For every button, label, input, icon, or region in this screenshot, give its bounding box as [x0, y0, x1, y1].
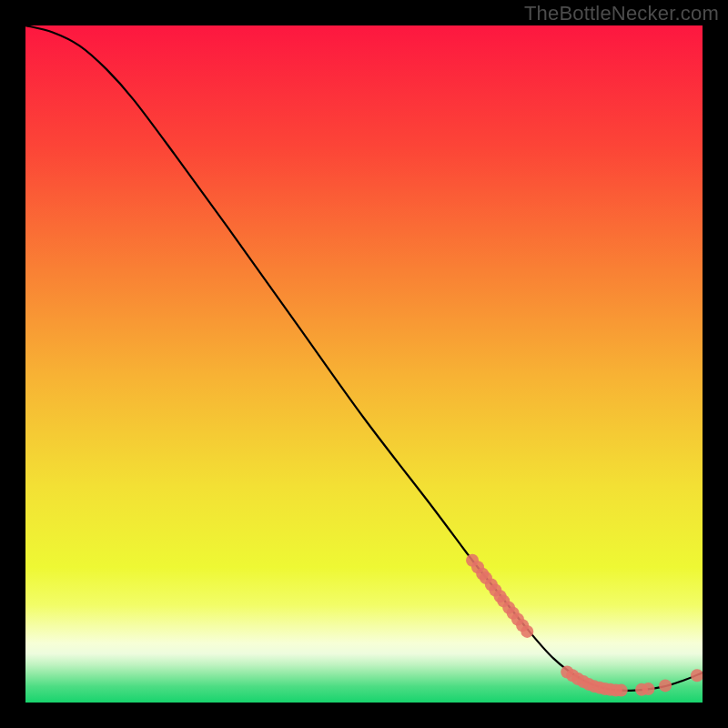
chart-svg — [25, 25, 703, 703]
gradient-rect — [25, 25, 703, 703]
data-marker — [615, 684, 628, 697]
data-marker — [642, 682, 654, 695]
data-marker — [659, 679, 672, 692]
plot-area — [25, 25, 703, 703]
chart-stage: TheBottleNecker.com — [0, 0, 728, 728]
data-marker — [521, 625, 533, 638]
watermark-text: TheBottleNecker.com — [524, 2, 719, 25]
